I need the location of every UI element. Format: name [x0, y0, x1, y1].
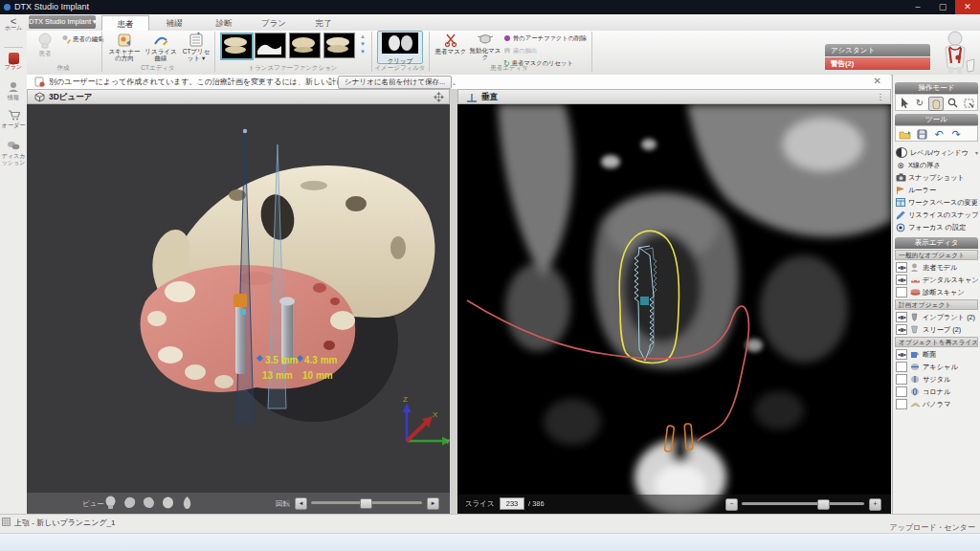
arrow-down-icon[interactable]: ▼: [358, 48, 368, 55]
group-label-create: 作成: [27, 64, 100, 73]
rotate-right-button[interactable]: ▸: [427, 497, 439, 510]
row-axial[interactable]: アキシャル: [896, 361, 978, 373]
select-cursor-icon[interactable]: [898, 97, 911, 109]
tab-plan[interactable]: プラン: [251, 15, 297, 31]
row-panorama[interactable]: パノラマ: [896, 398, 978, 410]
sidebar-item-info[interactable]: 情報: [0, 81, 27, 101]
crisp-filter-button[interactable]: クリップ: [377, 31, 423, 64]
ribbon-edit-patient-button[interactable]: 患者の編集: [61, 34, 104, 45]
visibility-checkbox-empty[interactable]: [896, 386, 907, 397]
visibility-eye-icon[interactable]: [896, 275, 907, 285]
coronal-icon: [910, 387, 920, 396]
dental-scan-icon: [910, 276, 920, 284]
slice-prev-button[interactable]: −: [725, 498, 738, 511]
visibility-eye-icon[interactable]: [896, 324, 907, 335]
tab-patient[interactable]: 患者: [101, 15, 149, 32]
close-button[interactable]: ✕: [955, 0, 980, 14]
transfer-thumbnail-2[interactable]: [255, 33, 286, 58]
row-patient-model[interactable]: 患者モデル: [896, 261, 978, 274]
save-icon[interactable]: [915, 128, 928, 141]
zoom-region-icon[interactable]: [962, 97, 975, 109]
save-scenario-button[interactable]: シナリオに名前を付けて保存...: [338, 76, 452, 89]
ribbon: 患者 患者の編集 作成 スキャナーの方向 リスライス曲線: [27, 31, 980, 76]
visibility-checkbox-empty[interactable]: [896, 287, 907, 298]
warning-badge[interactable]: 警告(2): [825, 57, 930, 70]
3d-scene: 3.5 mm 4.3 mm 13 mm 10 mm Z X Y: [27, 104, 450, 514]
tool-level-window[interactable]: レベル/ウィンドウ ▾: [896, 146, 978, 159]
zoom-icon[interactable]: [946, 97, 959, 109]
view-preset-front-icon[interactable]: [103, 496, 118, 513]
viewer3d-viewport[interactable]: 3.5 mm 4.3 mm 13 mm 10 mm Z X Y ビュー: [27, 104, 450, 514]
visibility-eye-icon[interactable]: [896, 262, 907, 273]
tab-prosthetic[interactable]: 補綴: [151, 15, 197, 31]
implant2-length: 10 mm: [302, 370, 333, 381]
ribbon-scanner-direction-button[interactable]: スキャナーの方向: [107, 33, 142, 61]
tool-set-focus[interactable]: フォーカス の設定: [896, 221, 978, 233]
row-dental-scan[interactable]: デンタルスキャン: [896, 274, 978, 286]
tab-finish[interactable]: 完了: [301, 15, 346, 31]
visibility-checkbox-empty[interactable]: [896, 399, 907, 409]
visibility-checkbox-empty[interactable]: [896, 374, 907, 385]
ribbon-patient-mask-button[interactable]: 患者マスク: [434, 33, 467, 55]
transfer-thumbnail-1[interactable]: [220, 33, 254, 60]
row-implants[interactable]: インプラント (2): [896, 311, 978, 323]
upload-center-link[interactable]: アップロード・センター: [890, 522, 976, 533]
move-viewer-icon[interactable]: [434, 92, 444, 104]
assistant-bar[interactable]: アシスタント: [825, 44, 930, 56]
row-sleeves[interactable]: スリーブ (2): [896, 323, 978, 336]
sidebar-item-discussion[interactable]: ディスカッション: [0, 141, 27, 166]
transfer-thumbnail-3[interactable]: [289, 33, 321, 58]
ribbon-disable-mask-button[interactable]: 無効化マスク: [469, 33, 501, 60]
tool-ruler[interactable]: ルーラー: [896, 184, 978, 196]
ribbon-reslice-curve-button[interactable]: リスライス曲線: [144, 33, 178, 61]
tab-diagnosis[interactable]: 診断: [201, 15, 247, 31]
maximize-button[interactable]: ▢: [930, 0, 955, 14]
visibility-eye-icon[interactable]: [896, 312, 907, 322]
undo-icon[interactable]: ↶: [932, 128, 946, 141]
view-preset-back-icon[interactable]: [161, 496, 175, 513]
view-preset-left-icon[interactable]: [122, 496, 137, 513]
viewer-splitter[interactable]: [450, 89, 457, 514]
remove-artifact-button[interactable]: 骨のアーチファクトの削除: [503, 33, 587, 45]
minimize-button[interactable]: –: [905, 0, 930, 14]
slice-viewer-viewport[interactable]: スライス 233 / 386 − +: [457, 104, 891, 514]
viewer-menu-icon[interactable]: ⋮: [877, 90, 885, 103]
ribbon-patient-button[interactable]: 患者: [31, 33, 59, 56]
rotate-left-button[interactable]: ◂: [295, 497, 307, 510]
row-sagittal[interactable]: サジタル: [896, 373, 978, 386]
tool-reslice-snap[interactable]: リスライスのスナップ: [896, 209, 978, 221]
left-rail: < ホーム プラン 情報 オーダー ディスカッション: [0, 14, 28, 514]
scanner-direction-icon: [117, 33, 132, 48]
sidebar-item-home[interactable]: < ホーム: [0, 18, 27, 32]
view-preset-top-icon[interactable]: [180, 496, 194, 513]
rotate-icon[interactable]: ↻: [913, 97, 926, 109]
visibility-eye-icon[interactable]: [896, 349, 907, 360]
slice-viewer-header: 垂直 ⋮: [457, 89, 891, 104]
open-folder-icon[interactable]: [898, 128, 911, 141]
ribbon-ct-preset-button[interactable]: CTプリセット ▾: [180, 33, 212, 61]
arrow-up-icon[interactable]: ▲: [358, 33, 368, 40]
notification-close-icon[interactable]: ✕: [874, 76, 881, 86]
chevron-down-icon[interactable]: ▾: [975, 149, 978, 156]
rotate-slider-handle[interactable]: [360, 498, 372, 509]
slice-slider-handle[interactable]: [817, 499, 830, 510]
tool-snapshot[interactable]: スナップショット: [896, 171, 978, 184]
sidebar-item-order[interactable]: オーダー: [0, 110, 27, 129]
redo-icon[interactable]: ↷: [949, 128, 963, 141]
row-coronal[interactable]: コロナル: [896, 386, 978, 398]
transfer-thumbnail-4[interactable]: [323, 33, 355, 58]
arrow-down-icon[interactable]: ▼: [358, 40, 368, 48]
pan-hand-icon[interactable]: [928, 97, 944, 111]
view-preset-right-icon[interactable]: [142, 496, 156, 513]
sidebar-item-plan[interactable]: プラン: [0, 53, 27, 71]
slice-slider-track[interactable]: [742, 502, 864, 505]
slice-number-input[interactable]: 233: [500, 497, 524, 510]
tool-xray-thickness[interactable]: ⊗ X線の厚さ: [896, 159, 978, 171]
app-menu-button[interactable]: DTX Studio Implant ▾: [29, 15, 96, 29]
tool-change-workspace[interactable]: ワークスペースの変更: [896, 196, 978, 209]
row-cross-section[interactable]: 断面: [896, 348, 978, 361]
row-diagnostic-scan[interactable]: 診断スキャン: [896, 286, 978, 298]
slice-next-button[interactable]: +: [869, 498, 881, 511]
tooth-extract-button[interactable]: 歯の抽出: [503, 45, 587, 57]
visibility-checkbox-empty[interactable]: [896, 362, 907, 372]
